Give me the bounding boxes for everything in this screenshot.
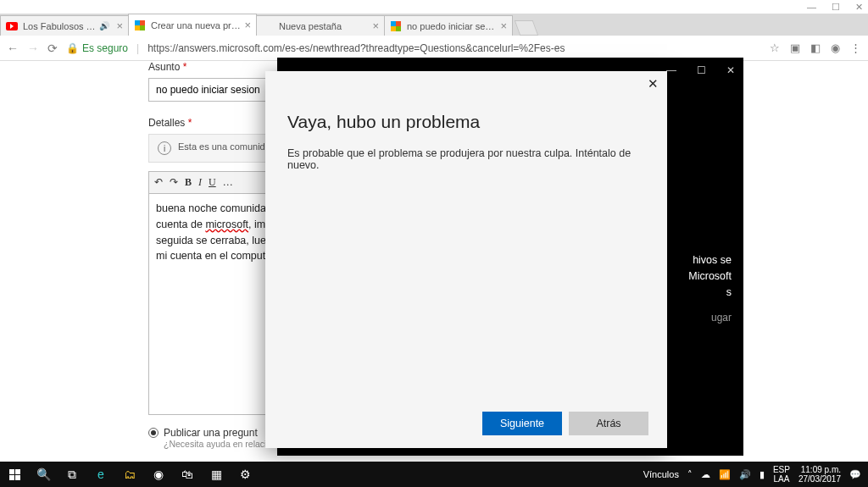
error-modal: ✕ Vaya, hubo un problema Es probable que… <box>265 71 667 448</box>
bgwin-maximize[interactable]: ☐ <box>697 64 706 76</box>
settings-icon[interactable]: ⚙ <box>231 462 259 487</box>
app-icon[interactable]: ▦ <box>202 462 231 487</box>
extension-icon[interactable]: ◧ <box>810 42 821 54</box>
radio-icon <box>148 428 159 438</box>
bold-button[interactable]: B <box>185 176 192 189</box>
explorer-icon[interactable]: 🗂 <box>115 462 144 487</box>
window-maximize[interactable]: ☐ <box>832 2 840 13</box>
next-button[interactable]: Siguiente <box>482 412 562 435</box>
battery-icon[interactable]: ▮ <box>760 469 765 480</box>
modal-title: Vaya, hubo un problema <box>287 112 645 132</box>
window-close[interactable]: ✕ <box>855 2 863 13</box>
audio-icon[interactable]: 🔊 <box>99 21 109 30</box>
profile-icon[interactable]: ◉ <box>831 42 840 54</box>
tab-close-icon[interactable]: × <box>500 19 507 32</box>
undo-icon[interactable]: ↶ <box>154 176 163 189</box>
reload-icon[interactable]: ⟳ <box>47 42 58 55</box>
onedrive-icon[interactable]: ☁ <box>701 469 710 480</box>
vinculos-label[interactable]: Vínculos <box>643 469 679 479</box>
bookmark-icon[interactable]: ☆ <box>770 42 780 54</box>
microsoft-icon <box>390 20 402 32</box>
edge-icon[interactable]: e <box>86 462 115 487</box>
bgwin-text: hivos se Microsoft s <box>688 252 732 300</box>
tray-chevron-icon[interactable]: ˄ <box>687 469 693 480</box>
info-icon: i <box>158 141 171 155</box>
close-icon[interactable]: ✕ <box>648 76 659 91</box>
tab-cannot-signin[interactable]: no puedo iniciar sesion c × <box>384 15 513 36</box>
tab-label: no puedo iniciar sesion c <box>407 21 497 31</box>
store-icon[interactable]: 🛍 <box>173 462 202 487</box>
secure-indicator[interactable]: 🔒 Es seguro <box>66 42 128 54</box>
tab-create-question[interactable]: Crear una nueva pregun × <box>128 14 257 36</box>
browser-tabstrip: Los Fabulosos Cadilla 🔊 × Crear una nuev… <box>0 14 868 36</box>
tab-close-icon[interactable]: × <box>244 19 251 31</box>
secure-label: Es seguro <box>82 42 128 54</box>
network-icon[interactable]: 📶 <box>719 469 731 480</box>
address-url[interactable]: https://answers.microsoft.com/es-es/newt… <box>147 42 565 54</box>
extension-icon[interactable]: ▣ <box>790 42 800 54</box>
microsoft-icon <box>134 19 146 31</box>
chrome-icon[interactable]: ◉ <box>144 462 173 487</box>
back-button[interactable]: Atrás <box>569 412 648 435</box>
notifications-icon[interactable]: 💬 <box>849 469 861 480</box>
volume-icon[interactable]: 🔊 <box>739 469 751 480</box>
windows-taskbar: 🔍 ⧉ e 🗂 ◉ 🛍 ▦ ⚙ Vínculos ˄ ☁ 📶 🔊 ▮ ESPLA… <box>0 462 868 487</box>
start-button[interactable] <box>0 462 29 487</box>
search-icon[interactable]: 🔍 <box>29 462 58 487</box>
bgwin-link[interactable]: ugar <box>711 312 732 324</box>
new-tab-button[interactable] <box>515 20 539 36</box>
youtube-icon <box>6 20 18 32</box>
italic-button[interactable]: I <box>198 176 202 189</box>
bgwin-close[interactable]: ✕ <box>726 64 735 76</box>
tab-label: Crear una nueva pregun <box>151 20 241 30</box>
radio-label: Publicar una pregunt <box>164 427 258 439</box>
modal-message: Es probable que el problema se produjera… <box>287 147 645 171</box>
tab-close-icon[interactable]: × <box>372 19 379 32</box>
task-view-icon[interactable]: ⧉ <box>58 462 86 487</box>
os-window-controls: — ☐ ✕ <box>0 0 868 14</box>
bgwin-minimize[interactable]: — <box>666 64 676 76</box>
underline-button[interactable]: U <box>209 176 216 189</box>
menu-icon[interactable]: ⋮ <box>850 42 861 54</box>
redo-icon[interactable]: ↷ <box>170 176 178 189</box>
forward-icon[interactable]: → <box>27 42 39 55</box>
tab-youtube[interactable]: Los Fabulosos Cadilla 🔊 × <box>0 15 129 36</box>
tab-close-icon[interactable]: × <box>116 19 123 32</box>
blank-icon <box>262 20 274 32</box>
tab-label: Nueva pestaña <box>279 21 369 31</box>
back-icon[interactable]: ← <box>7 42 19 55</box>
tab-label: Los Fabulosos Cadilla <box>23 21 99 31</box>
window-minimize[interactable]: — <box>807 2 816 12</box>
language-indicator[interactable]: ESPLAA <box>773 465 790 484</box>
clock[interactable]: 11:09 p.m.27/03/2017 <box>798 465 841 484</box>
tab-newtab[interactable]: Nueva pestaña × <box>256 15 385 36</box>
more-tools-icon[interactable]: … <box>223 176 233 189</box>
